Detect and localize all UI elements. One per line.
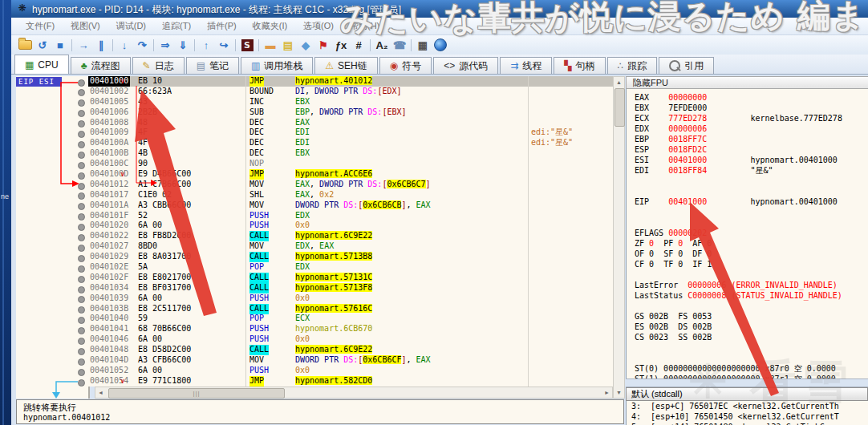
disasm-row[interactable]: 004010278BD0MOVEDX, EAX [88, 241, 613, 252]
disasm-row[interactable]: 004010526A 00PUSH0x0 [88, 366, 613, 376]
register-line[interactable] [627, 342, 868, 353]
register-line[interactable]: ZF 0 PF 0 AF 0 [627, 238, 868, 249]
register-line[interactable]: GS 002B FS 0053 [627, 311, 868, 322]
scroll-up-arrow-icon[interactable]: ▲ [614, 77, 624, 87]
breakpoint-dot[interactable] [78, 234, 85, 241]
tab-handles[interactable]: ▚句柄 [554, 57, 605, 74]
disasm-gutter[interactable]: EIP ESI [16, 76, 90, 399]
register-line[interactable] [627, 186, 868, 196]
register-line[interactable] [627, 353, 868, 363]
disasm-row[interactable]: 004010062B2BSUBEBP, DWORD PTR DS:[EBX] [88, 107, 613, 118]
disasm-row[interactable]: 0040102E5APOPEDX [88, 262, 613, 273]
toolbar-labels-button[interactable]: ◆ [297, 37, 314, 53]
breakpoint-dot[interactable] [78, 338, 85, 345]
disasm-row[interactable]: 00401017C1E0 02SHLEAX, 0x2 [88, 190, 613, 200]
toolbar-stop-debugging-button[interactable]: ■ [51, 37, 69, 53]
toolbar-comments-button[interactable]: ▤ [279, 37, 297, 53]
tab-callstack[interactable]: ▥调用堆栈 [241, 57, 313, 74]
tab-trace[interactable]: ∴跟踪 [607, 57, 658, 74]
breakpoint-dot[interactable] [78, 131, 85, 138]
toolbar-restart-button[interactable]: ↺ [34, 37, 51, 53]
disasm-horizontal-scrollbar[interactable]: ◄ ||| ► [95, 387, 613, 399]
breakpoint-dot[interactable] [78, 265, 85, 273]
register-line[interactable]: EIP 00401000 hypnomart.00401000 [627, 196, 868, 207]
disasm-row[interactable]: 00401029E8 8A031700CALLhypnomart.5713B8 [88, 252, 613, 262]
toolbar-pause-button[interactable]: ∥ [92, 37, 110, 53]
toolbar-calculator-button[interactable]: ▦ [414, 37, 432, 53]
register-line[interactable]: ECX 777ED278 kernelbase.777ED278 [627, 113, 868, 123]
menu-item-help[interactable]: 帮助(H) [342, 18, 387, 34]
disasm-row[interactable]: 0040100B4BDECEBX [88, 148, 613, 159]
breakpoint-dot[interactable] [78, 224, 85, 231]
disasm-row[interactable]: 00401048E8 D58D2C00CALLhypnomart.6C9E22 [88, 345, 613, 355]
register-line[interactable]: ES 002B DS 002B [627, 322, 868, 332]
breakpoint-dot[interactable] [78, 379, 85, 387]
tab-references[interactable]: 引用 [659, 57, 714, 74]
disasm-vertical-scrollbar[interactable]: ▲ ▼ [613, 76, 625, 399]
register-line[interactable] [627, 301, 868, 311]
breakpoint-dot[interactable] [78, 306, 85, 314]
register-line[interactable] [627, 207, 868, 217]
toolbar-step-out-button[interactable]: ⇓ [174, 37, 192, 53]
disasm-row[interactable]: 0040100D∨E9 D4B66C00JMPhypnomart.ACC6E6 [88, 169, 613, 180]
register-line[interactable]: EAX 00000000 [627, 92, 868, 103]
breakpoint-dot[interactable] [78, 172, 85, 180]
disasm-row[interactable]: 0040100266:623ABOUNDDI, DWORD PTR DS:[ED… [88, 87, 613, 97]
tab-symbols[interactable]: ◉符号 [379, 57, 432, 74]
breakpoint-dot[interactable] [78, 192, 85, 200]
disasm-row[interactable]: 0040103BE8 2C511700CALLhypnomart.57616C [88, 304, 613, 314]
tab-cpu[interactable]: ▦CPU [14, 55, 69, 74]
register-line[interactable] [627, 269, 868, 280]
breakpoint-dot[interactable] [78, 162, 85, 169]
disasm-row[interactable]: 0040100543INCEBX [88, 97, 613, 107]
toolbar-bookmarks-button[interactable]: ⚑ [314, 37, 332, 53]
disasm-row[interactable]: 0040100A4FDECEDIedi:"星&" [88, 138, 613, 148]
calling-convention-dropdown[interactable]: 默认 (stdcall) [626, 387, 868, 401]
menu-item-options[interactable]: 选项(O) [295, 18, 342, 34]
register-line[interactable]: ST(0) 00000000000000000000 x87r0 空 0.000… [627, 363, 868, 374]
tab-source[interactable]: <>源代码 [433, 57, 498, 74]
menu-item-debug[interactable]: 调试(D) [108, 18, 154, 34]
breakpoint-dot[interactable] [78, 245, 85, 252]
breakpoint-dot[interactable] [78, 369, 85, 376]
disasm-row[interactable]: 0040104059POPECX [88, 314, 613, 324]
panel-splitter[interactable] [626, 378, 868, 387]
stack-argument-row[interactable]: 4: [esp+10] 76501450 <kernel32.GetCurren… [627, 411, 868, 422]
hscroll-thumb[interactable]: ||| [108, 388, 285, 399]
toolbar-scylla-button[interactable]: S [238, 37, 256, 53]
register-line[interactable]: EBP 0018FF7C [627, 134, 868, 144]
breakpoint-dot[interactable] [78, 152, 85, 159]
register-line[interactable] [627, 217, 868, 228]
hide-fpu-button[interactable]: 隐藏FPU [626, 76, 868, 89]
tab-threads[interactable]: ⇉线程 [500, 57, 552, 74]
register-line[interactable]: ESI 00401000 hypnomart.00401000 [627, 155, 868, 165]
menu-item-plugins[interactable]: 插件(P) [199, 18, 245, 34]
register-line[interactable]: ESP 0018FD2C [627, 144, 868, 155]
menu-item-trace[interactable]: 追踪(T) [154, 18, 199, 34]
scroll-left-arrow-icon[interactable]: ◄ [95, 387, 106, 398]
disasm-row[interactable]: 004010466A 00PUSH0x0 [88, 334, 613, 345]
register-line[interactable]: OF 0 SF 0 DF 0 [627, 249, 868, 259]
breakpoint-dot[interactable] [78, 348, 85, 355]
toolbar-internet-button[interactable] [432, 37, 449, 53]
tab-log[interactable]: ✎日志 [132, 57, 185, 74]
disassembly-view[interactable]: 00401000∨EB 10JMPhypnomart.4010120040100… [88, 76, 613, 387]
register-line[interactable]: CS 0023 SS 002B [627, 332, 868, 342]
breakpoint-dot[interactable] [78, 286, 85, 293]
disasm-row[interactable]: 0040100848DECEAX [88, 118, 613, 128]
breakpoint-dot[interactable] [78, 276, 85, 283]
tab-graph[interactable]: ♣流程图 [71, 57, 131, 74]
disasm-row[interactable]: 0040100C90NOP [88, 159, 613, 169]
disasm-row[interactable]: 0040101F52PUSHEDX [88, 211, 613, 221]
stack-argument-row[interactable]: 3: [esp+C] 765017EC <kernel32.GetCurrent… [627, 401, 868, 411]
breakpoint-dot[interactable] [78, 183, 85, 190]
toolbar-modules-button[interactable]: ☎ [391, 37, 408, 53]
toolbar-execute-till-return-button[interactable]: ⇒ [156, 37, 174, 53]
register-line[interactable]: EBX 7EFDE000 [627, 103, 868, 113]
breakpoint-dot[interactable] [78, 110, 85, 117]
register-line[interactable]: LastError 00000006 (ERROR_INVALID_HANDLE… [627, 280, 868, 290]
disasm-row[interactable]: 00401034E8 BF031700CALLhypnomart.5713F8 [88, 283, 613, 293]
disasm-row[interactable]: 004010206A 00PUSH0x0 [88, 221, 613, 231]
tab-seh[interactable]: ⚠SEH链 [314, 57, 377, 74]
stack-argument-row[interactable]: 5: [esp+14] 76501480 <kernel32.GetTickC [627, 422, 868, 425]
